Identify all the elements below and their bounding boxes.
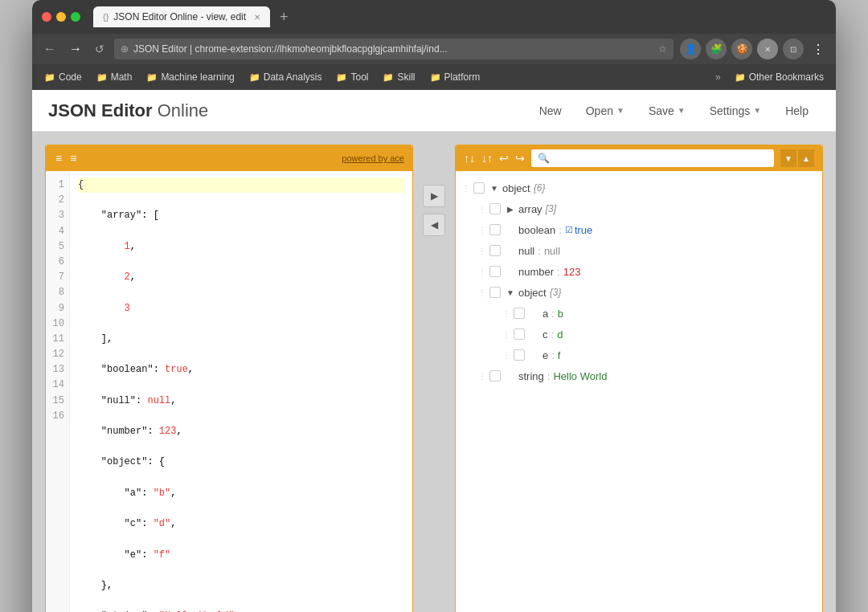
tree-key: e — [542, 349, 548, 361]
bookmark-label: Tool — [350, 71, 368, 83]
logo-bold: JSON Editor — [48, 100, 153, 120]
new-button[interactable]: New — [528, 99, 573, 123]
compact-button[interactable]: ≡ — [68, 150, 78, 166]
tree-checkbox[interactable] — [489, 245, 501, 256]
tree-row[interactable]: ⋮⋮ null : null — [456, 240, 822, 261]
browser-window: {} JSON Editor Online - view, edit ✕ + ←… — [32, 0, 836, 612]
forward-button[interactable]: → — [66, 40, 85, 58]
drag-handle: ⋮⋮ — [478, 288, 488, 297]
more-bookmarks-button[interactable]: » — [710, 69, 726, 85]
tree-search-input[interactable] — [531, 149, 774, 167]
tree-row[interactable]: ⋮⋮ a : b — [456, 303, 822, 324]
bookmark-platform[interactable]: 📁 Platform — [424, 69, 486, 85]
bookmark-folder-icon: 📁 — [96, 72, 108, 83]
reload-button[interactable]: ↺ — [92, 41, 108, 57]
undo-button[interactable]: ↩ — [499, 152, 509, 165]
bookmark-da[interactable]: 📁 Data Analysis — [244, 69, 328, 85]
sort-desc-button[interactable]: ↓↑ — [481, 152, 493, 165]
tree-row[interactable]: ⋮⋮ ▶ array [3] — [456, 198, 822, 219]
tree-row[interactable]: ⋮⋮ e : f — [456, 345, 822, 365]
maximize-button[interactable] — [71, 12, 80, 22]
drag-handle: ⋮⋮ — [478, 226, 488, 235]
close-button[interactable] — [42, 12, 51, 22]
bookmark-tool[interactable]: 📁 Tool — [330, 69, 374, 85]
settings-button[interactable]: Settings ▼ — [698, 99, 773, 123]
bookmark-star[interactable]: ☆ — [658, 43, 667, 55]
tree-checkbox[interactable] — [514, 308, 525, 319]
bookmark-label: Data Analysis — [264, 71, 322, 83]
tree-type: {3} — [550, 287, 562, 298]
tree-toggle[interactable]: ▼ — [504, 288, 517, 297]
tree-checkbox[interactable] — [489, 287, 501, 298]
header-nav: New Open ▼ Save ▼ Settings ▼ Help — [528, 99, 820, 123]
tree-key: boolean — [518, 224, 555, 236]
back-button[interactable]: ← — [40, 40, 59, 58]
panel-arrows: ▶ ◀ — [423, 145, 445, 612]
active-tab[interactable]: {} JSON Editor Online - view, edit ✕ — [93, 6, 270, 27]
format-button[interactable]: ≡ — [54, 150, 63, 166]
screenshot-button[interactable]: ⊡ — [783, 39, 804, 59]
tree-checkbox[interactable] — [514, 328, 525, 340]
titlebar: {} JSON Editor Online - view, edit ✕ + — [32, 0, 836, 34]
app-content: ≡ ≡ powered by ace 12345 678910 11121314… — [32, 132, 836, 612]
address-box[interactable]: ⊕ JSON Editor | chrome-extension://lhkmo… — [114, 39, 674, 59]
redo-button[interactable]: ↪ — [515, 152, 525, 165]
bookmark-folder-icon: 📁 — [336, 72, 347, 83]
tree-checkbox[interactable] — [489, 224, 501, 235]
tree-toggle[interactable]: ▼ — [488, 184, 501, 193]
drag-handle: ⋮⋮ — [478, 247, 488, 255]
sort-asc-button[interactable]: ↑↓ — [464, 152, 475, 165]
open-button[interactable]: Open ▼ — [575, 99, 636, 123]
extension-button[interactable]: 🧩 — [706, 39, 727, 59]
close-ext-button[interactable]: ✕ — [757, 39, 778, 59]
code-editor[interactable]: { "array": [ 1, 2, 3 ], "boolean": true,… — [70, 171, 412, 612]
tree-checkbox[interactable] — [489, 266, 501, 277]
address-text: JSON Editor | chrome-extension://lhkmohe… — [133, 43, 653, 55]
code-toolbar-left: ≡ ≡ — [54, 150, 78, 166]
tree-row[interactable]: ⋮⋮ ▼ object {6} — [456, 177, 822, 198]
bookmark-code[interactable]: 📁 Code — [39, 69, 88, 85]
tab-bar: {} JSON Editor Online - view, edit ✕ + — [93, 6, 826, 27]
tree-checkbox[interactable] — [489, 203, 501, 214]
other-bookmarks[interactable]: 📁 Other Bookmarks — [729, 69, 829, 85]
powered-by-link[interactable]: powered by ace — [342, 153, 404, 163]
tab-close-button[interactable]: ✕ — [254, 13, 260, 22]
transfer-left-button[interactable]: ◀ — [423, 214, 445, 236]
profile-button[interactable]: 👤 — [680, 39, 701, 59]
new-tab-button[interactable]: + — [273, 9, 295, 26]
help-button[interactable]: Help — [774, 99, 820, 123]
tree-separator: : — [547, 370, 551, 382]
app-logo: JSON Editor Online — [48, 100, 528, 121]
tree-separator: : — [559, 224, 562, 236]
code-panel: ≡ ≡ powered by ace 12345 678910 11121314… — [45, 145, 413, 612]
tree-checkbox[interactable] — [489, 370, 501, 381]
save-dropdown-arrow: ▼ — [678, 106, 686, 115]
line-numbers: 12345 678910 1112131415 16 — [46, 171, 70, 612]
tree-toggle[interactable]: ▶ — [504, 205, 517, 214]
tree-checkbox[interactable] — [514, 349, 525, 361]
tree-row[interactable]: ⋮⋮ string : Hello World — [456, 365, 822, 386]
bookmarks-bar: 📁 Code 📁 Math 📁 Machine learning 📁 Data … — [32, 64, 836, 90]
search-prev-button[interactable]: ▼ — [780, 149, 796, 167]
tree-row[interactable]: ⋮⋮ number : 123 — [456, 261, 822, 282]
tree-separator: : — [551, 308, 555, 320]
bookmark-math[interactable]: 📁 Math — [91, 69, 138, 85]
tree-key: array — [518, 203, 542, 215]
more-menu-button[interactable]: ⋮ — [809, 40, 828, 59]
bookmark-skill[interactable]: 📁 Skill — [377, 69, 420, 85]
drag-handle: ⋮⋮ — [502, 309, 512, 318]
minimize-button[interactable] — [56, 12, 66, 22]
cookie-button[interactable]: 🍪 — [731, 39, 752, 59]
save-button[interactable]: Save ▼ — [637, 99, 697, 123]
settings-dropdown-arrow: ▼ — [753, 106, 761, 115]
tree-row[interactable]: ⋮⋮ ▼ object {3} — [456, 282, 822, 303]
transfer-right-button[interactable]: ▶ — [423, 185, 445, 207]
tree-row[interactable]: ⋮⋮ boolean : ☑ true — [456, 219, 822, 240]
tree-separator: : — [557, 266, 560, 278]
search-next-button[interactable]: ▲ — [798, 149, 814, 167]
tree-row[interactable]: ⋮⋮ c : d — [456, 324, 822, 345]
tree-checkbox[interactable] — [473, 182, 485, 194]
bookmark-folder-icon: 📁 — [44, 72, 55, 83]
bookmark-ml[interactable]: 📁 Machine learning — [141, 69, 240, 85]
tree-value: true — [575, 224, 592, 236]
